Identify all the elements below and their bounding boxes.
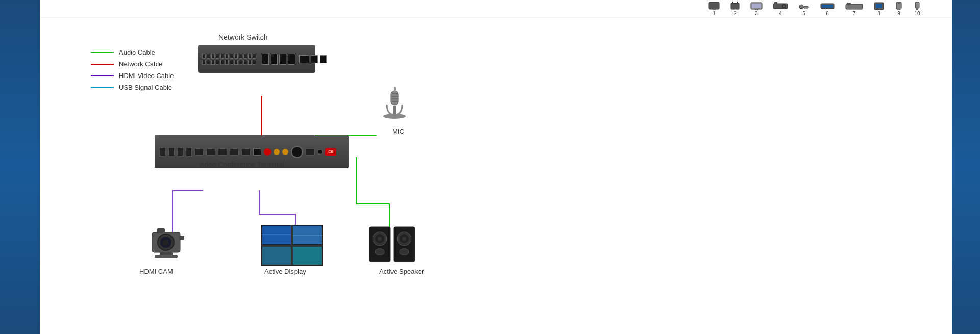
device-icon-8: [873, 2, 885, 11]
vct-audio-circle: [264, 148, 271, 156]
device-icon-5: [798, 2, 810, 11]
legend-audio-label: Audio Cable: [119, 48, 155, 56]
top-device-2: 2: [730, 2, 740, 16]
sfp-port: [262, 54, 269, 65]
svg-rect-0: [709, 2, 719, 9]
mic-svg: [377, 87, 412, 120]
switch-sfp-ports: [262, 54, 295, 65]
display-svg: [259, 224, 326, 268]
svg-rect-7: [755, 9, 758, 10]
svg-rect-43: [262, 246, 291, 265]
sfp-port: [279, 54, 286, 65]
svg-rect-58: [400, 249, 409, 255]
legend: Audio Cable Network Cable HDMI Video Cab…: [91, 48, 174, 95]
switch-port: [211, 54, 215, 59]
top-device-bar: 1 2 3 4: [40, 0, 952, 18]
right-sidebar: [952, 0, 980, 334]
vct-usb-port: [168, 147, 175, 157]
device-icon-7: [845, 2, 863, 11]
legend-hdmi: HDMI Video Cable: [91, 72, 174, 80]
hdmi-cable-line: [91, 75, 114, 76]
device-icon-3: [750, 2, 763, 11]
top-device-7: 7: [845, 2, 863, 16]
top-device-10: 10: [913, 2, 921, 16]
svg-point-11: [783, 5, 785, 7]
switch-mgmt-ports: [299, 55, 327, 63]
switch-port: [243, 60, 247, 65]
speaker-svg: [369, 224, 420, 265]
svg-rect-23: [915, 2, 919, 8]
main-content: 1 2 3 4: [40, 0, 952, 334]
left-sidebar: [0, 0, 40, 334]
top-device-9: 9: [895, 2, 903, 16]
vct-audio-mini: [317, 149, 323, 155]
switch-port: [207, 54, 210, 59]
top-device-4: 4: [773, 2, 788, 16]
switch-port: [253, 54, 256, 59]
svg-rect-24: [916, 8, 918, 10]
switch-port: [211, 60, 215, 65]
legend-network: Network Cable: [91, 60, 174, 68]
display-label: Active Display: [264, 268, 306, 275]
svg-rect-21: [897, 9, 900, 10]
vct-usb-port: [177, 147, 183, 157]
top-device-8: 8: [873, 2, 885, 16]
device-icon-9: [895, 2, 903, 11]
top-device-6: 6: [820, 2, 835, 16]
sfp-port: [288, 54, 295, 65]
svg-point-57: [402, 237, 406, 241]
legend-usb: USB Signal Cable: [91, 84, 174, 91]
camera-svg: [144, 224, 190, 265]
vct-indicator: CE: [325, 148, 336, 156]
vct-audio-circle-gold: [282, 149, 288, 155]
svg-rect-12: [799, 5, 803, 9]
switch-body: [198, 45, 315, 73]
svg-rect-40: [155, 255, 178, 258]
svg-rect-48: [262, 245, 322, 247]
svg-rect-9: [774, 2, 777, 4]
switch-port: [234, 54, 238, 59]
vct-hdmi-port: [230, 148, 239, 156]
vct-audio-circle-gold: [274, 149, 280, 155]
svg-rect-41: [262, 225, 291, 245]
switch-port: [207, 60, 210, 65]
mgmt-port: [320, 55, 327, 63]
svg-rect-22: [898, 3, 900, 4]
switch-port: [216, 54, 219, 59]
vct-xlr-port: [291, 146, 303, 158]
vct-network-port: [253, 148, 261, 156]
camera-device: [144, 224, 190, 267]
switch-port: [239, 54, 242, 59]
vct-label: Video Conference Terminal: [198, 161, 284, 169]
switch-port: [202, 60, 206, 65]
svg-rect-32: [394, 87, 396, 92]
speaker-label: Active Speaker: [379, 268, 424, 275]
svg-rect-1: [713, 9, 716, 10]
network-switch-label: Network Switch: [218, 33, 267, 41]
svg-point-52: [378, 237, 382, 241]
mic-device: [377, 87, 412, 122]
sfp-port: [271, 54, 278, 65]
speaker-device: [369, 224, 420, 267]
vct-usb-port: [186, 147, 192, 157]
mgmt-port: [311, 55, 318, 63]
switch-port: [248, 60, 252, 65]
svg-rect-37: [157, 228, 165, 233]
audio-cable-line: [91, 52, 114, 53]
device-icon-10: [913, 2, 921, 11]
switch-port: [220, 54, 224, 59]
mgmt-port: [299, 55, 309, 63]
legend-network-label: Network Cable: [119, 60, 162, 68]
network-cable-line: [91, 64, 114, 65]
svg-rect-13: [803, 6, 808, 8]
switch-port: [234, 60, 238, 65]
svg-rect-27: [391, 91, 398, 105]
vct-usb-port: [160, 147, 166, 157]
device-icon-2: [730, 2, 740, 11]
svg-rect-15: [822, 5, 833, 8]
svg-rect-6: [752, 4, 761, 8]
svg-rect-38: [179, 236, 184, 240]
svg-rect-42: [292, 225, 322, 245]
switch-ports-row1: [202, 54, 256, 59]
switch-ports-group: [202, 54, 256, 65]
